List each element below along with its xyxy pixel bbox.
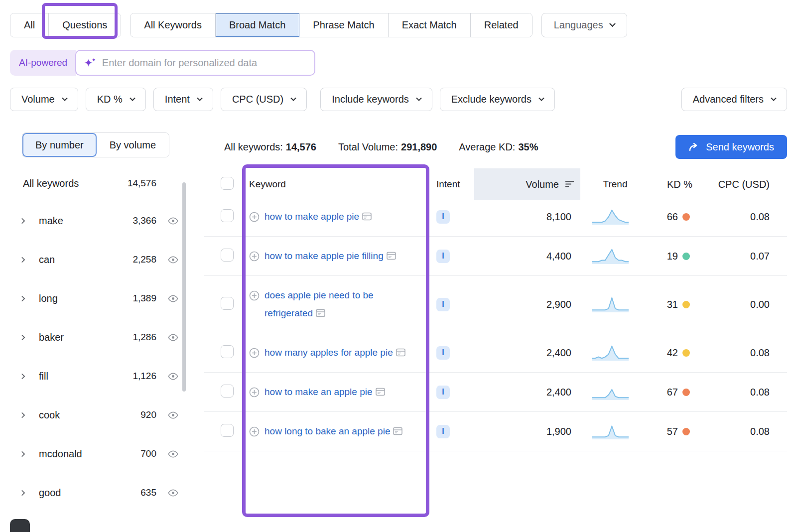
- filter-label: Intent: [165, 94, 190, 105]
- tab-phrase-match[interactable]: Phrase Match: [299, 13, 388, 37]
- row-checkbox[interactable]: [221, 345, 234, 358]
- tab-questions[interactable]: Questions: [49, 13, 121, 37]
- cpc-filter-dropdown[interactable]: CPC (USD): [221, 88, 307, 111]
- expand-chevron-icon[interactable]: [20, 451, 39, 457]
- keyword-group-row[interactable]: fill1,126: [10, 357, 189, 396]
- row-checkbox[interactable]: [221, 297, 234, 310]
- kd-difficulty-dot: [682, 389, 690, 396]
- eye-icon[interactable]: [156, 409, 189, 421]
- circle-plus-icon[interactable]: [249, 387, 260, 398]
- domain-input-wrap: ✦✦: [75, 50, 315, 76]
- circle-plus-icon[interactable]: [249, 290, 260, 301]
- row-checkbox[interactable]: [221, 249, 234, 262]
- group-count: 700: [140, 448, 156, 459]
- circle-plus-icon[interactable]: [249, 212, 260, 222]
- keyword-link[interactable]: how to make an apple pie: [265, 383, 406, 401]
- expand-chevron-icon[interactable]: [20, 218, 39, 224]
- sparkle-icon: ✦✦: [84, 57, 96, 69]
- cpc-value: 0.00: [697, 299, 787, 310]
- tab-related[interactable]: Related: [471, 13, 532, 37]
- group-count: 920: [140, 409, 156, 420]
- cpc-value: 0.08: [697, 387, 787, 398]
- group-label[interactable]: mcdonald: [39, 448, 114, 460]
- tab-exact-match[interactable]: Exact Match: [389, 13, 471, 37]
- sort-icon[interactable]: [565, 179, 574, 190]
- group-label[interactable]: cook: [39, 409, 114, 421]
- keyword-link[interactable]: how to make apple pie filling: [265, 247, 406, 265]
- keyword-group-row[interactable]: cook920: [10, 396, 189, 434]
- col-trend: Trend: [580, 179, 640, 190]
- table-header: Keyword Intent Volume Trend KD % CPC (US…: [204, 168, 787, 197]
- expand-chevron-icon[interactable]: [20, 490, 39, 496]
- row-checkbox[interactable]: [221, 209, 234, 222]
- trend-sparkline: [580, 344, 640, 361]
- select-all-checkbox[interactable]: [221, 177, 234, 190]
- domain-input[interactable]: [102, 57, 307, 69]
- by-volume-toggle[interactable]: By volume: [97, 133, 169, 157]
- kd-value: 31: [640, 299, 697, 310]
- all-keywords-row[interactable]: All keywords 14,576: [10, 165, 189, 201]
- expand-chevron-icon[interactable]: [20, 412, 39, 418]
- send-keywords-label: Send keywords: [706, 141, 774, 153]
- group-label[interactable]: fill: [39, 371, 114, 382]
- eye-icon[interactable]: [156, 487, 189, 499]
- match-type-tabs: All Questions All Keywords Broad Match P…: [10, 13, 787, 37]
- cpc-value: 0.08: [697, 347, 787, 359]
- tab-all-keywords[interactable]: All Keywords: [131, 13, 216, 37]
- expand-chevron-icon[interactable]: [20, 373, 39, 380]
- kd-filter-dropdown[interactable]: KD %: [86, 88, 146, 111]
- kd-value: 66: [640, 211, 697, 223]
- keyword-groups-list: All keywords 14,576 make3,366can2,258lon…: [10, 165, 189, 512]
- keyword-link[interactable]: how to make apple pie: [265, 208, 406, 226]
- tab-all[interactable]: All: [10, 13, 49, 37]
- expand-chevron-icon[interactable]: [20, 257, 39, 263]
- col-volume[interactable]: Volume: [474, 168, 580, 200]
- exclude-keywords-dropdown[interactable]: Exclude keywords: [440, 88, 555, 111]
- circle-plus-icon[interactable]: [249, 348, 260, 358]
- circle-plus-icon[interactable]: [249, 251, 260, 262]
- volume-value: 8,100: [474, 211, 580, 223]
- keyword-group-row[interactable]: baker1,286: [10, 318, 189, 357]
- group-label[interactable]: long: [39, 293, 114, 304]
- keyword-group-row[interactable]: mcdonald700: [10, 434, 189, 473]
- keyword-group-row[interactable]: can2,258: [10, 240, 189, 279]
- group-label[interactable]: can: [39, 254, 114, 266]
- cpc-value: 0.08: [697, 211, 787, 223]
- intent-filter-dropdown[interactable]: Intent: [153, 88, 213, 111]
- keyword-group-row[interactable]: good635: [10, 473, 189, 512]
- serp-features-icon: [387, 251, 396, 261]
- expand-chevron-icon[interactable]: [20, 334, 39, 341]
- intent-badge: I: [436, 425, 450, 438]
- col-cpc: CPC (USD): [697, 179, 787, 190]
- include-keywords-dropdown[interactable]: Include keywords: [320, 88, 432, 111]
- filter-label: KD %: [97, 94, 123, 105]
- keyword-group-row[interactable]: long1,389: [10, 279, 189, 318]
- ai-domain-bar: AI-powered ✦✦: [10, 50, 315, 76]
- sidebar-scrollbar[interactable]: [182, 182, 186, 392]
- intent-badge: I: [436, 386, 450, 399]
- row-checkbox[interactable]: [221, 424, 234, 437]
- table-row: how to make an apple pieI2,400670.08: [204, 373, 787, 412]
- group-label[interactable]: make: [39, 215, 114, 227]
- keyword-link[interactable]: does apple pie need to be refrigerated: [265, 286, 406, 322]
- keyword-link[interactable]: how many apples for apple pie: [265, 344, 406, 362]
- expand-chevron-icon[interactable]: [20, 295, 39, 302]
- filter-label: Exclude keywords: [451, 94, 531, 105]
- eye-icon[interactable]: [156, 448, 189, 460]
- volume-value: 2,400: [474, 347, 580, 359]
- languages-dropdown[interactable]: Languages: [541, 13, 627, 37]
- group-label[interactable]: baker: [39, 332, 114, 343]
- by-number-toggle[interactable]: By number: [22, 133, 97, 157]
- send-keywords-button[interactable]: Send keywords: [675, 135, 787, 159]
- row-checkbox[interactable]: [221, 385, 234, 398]
- tab-broad-match[interactable]: Broad Match: [216, 13, 299, 37]
- keyword-link[interactable]: how long to bake an apple pie: [265, 422, 406, 440]
- circle-plus-icon[interactable]: [249, 426, 260, 437]
- advanced-filters-dropdown[interactable]: Advanced filters: [681, 88, 787, 111]
- partial-element: [10, 519, 30, 532]
- serp-features-icon: [316, 308, 325, 318]
- volume-filter-dropdown[interactable]: Volume: [10, 88, 78, 111]
- group-label[interactable]: good: [39, 487, 114, 499]
- results-summary: All keywords:14,576 Total Volume:291,890…: [204, 134, 787, 159]
- keyword-group-row[interactable]: make3,366: [10, 201, 189, 240]
